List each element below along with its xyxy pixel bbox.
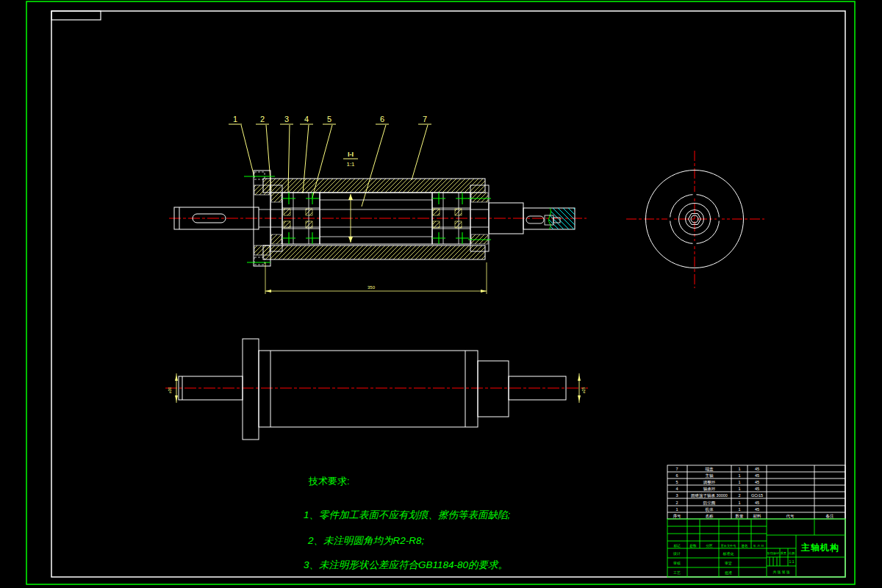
svg-text:防尘圈: 防尘圈 [703,501,716,506]
parts-row: 7 端盖 1 45 [675,467,759,472]
svg-text:更改文件号: 更改文件号 [721,544,737,548]
svg-text:6: 6 [380,115,384,123]
svg-text:5: 5 [327,115,331,123]
cap-bolt-centerlines [468,198,491,240]
part-label-1: 1 [229,115,254,177]
svg-text:1: 1 [738,487,740,491]
svg-text:350: 350 [368,285,376,290]
svg-text:代号: 代号 [786,514,795,518]
svg-text:质量: 质量 [781,551,786,555]
svg-text:3: 3 [284,115,289,123]
svg-text:1: 1 [675,507,678,512]
section-label: I-I 1:1 [343,151,358,168]
svg-text:1: 1 [738,467,740,471]
svg-text:1: 1 [738,473,740,478]
svg-text:比例: 比例 [789,551,795,556]
parts-row: 3 圆锥滚子轴承 30000 2 GCr15 [675,493,763,498]
tech-req-item: 1、零件加工表面不应有划痕、擦伤等表面缺陷; [304,509,511,520]
svg-text:45: 45 [755,487,759,491]
svg-text:圆锥滚子轴承 30000: 圆锥滚子轴承 30000 [691,493,728,498]
svg-text:批准: 批准 [725,570,732,576]
cad-drawing-canvas: 1 2 3 4 5 6 7 I-I 1:1 [0,0,882,588]
svg-text:45: 45 [755,473,759,478]
parts-row: 4 轴承环 1 45 [675,487,759,492]
svg-text:共 张 第 张: 共 张 第 张 [772,570,789,575]
svg-text:工艺: 工艺 [673,570,681,575]
length-dimension: 350 [265,262,487,294]
svg-text:GCr15: GCr15 [751,493,763,498]
svg-text:备注: 备注 [826,514,835,518]
svg-text:6: 6 [675,473,678,478]
part-label-7: 7 [412,115,431,180]
svg-text:序号: 序号 [673,514,682,519]
svg-text:年 月 日: 年 月 日 [753,544,764,548]
tech-req-item: 2、未注明圆角均为R2-R8; [307,535,425,546]
svg-text:45: 45 [755,467,759,471]
svg-text:1: 1 [233,115,237,123]
svg-text:⌀25: ⌀25 [581,387,586,393]
svg-text:机体: 机体 [706,507,714,512]
drawing-title: 主轴机构 [800,542,839,553]
svg-text:1: 1 [738,501,740,505]
svg-text:名称: 名称 [706,514,714,518]
parts-list-table: 序号 名称 数量 材料 代号 备注 7 端盖 1 45 6 主轴 1 45 5 … [667,465,845,519]
end-view [626,151,764,288]
svg-text:45: 45 [755,480,759,484]
svg-text:2: 2 [738,493,740,498]
technical-requirements: 技术要求: 1、零件加工表面不应有划痕、擦伤等表面缺陷; 2、未注明圆角均为R2… [304,476,511,570]
partial-section-hatch [549,208,575,229]
parts-row: 5 调整环 1 45 [675,480,759,485]
cad-drawing: 1 2 3 4 5 6 7 I-I 1:1 [0,0,882,588]
svg-text:1: 1 [738,507,740,512]
svg-text:处数: 处数 [689,543,697,548]
svg-text:签名: 签名 [741,544,747,548]
svg-text:阶段标记: 阶段标记 [767,551,779,556]
svg-text:设计: 设计 [673,551,681,556]
stage-mark-boxes [770,557,777,566]
svg-text:1: 1 [738,480,740,484]
svg-text:审核: 审核 [673,561,681,565]
svg-text:调整环: 调整环 [703,480,716,485]
svg-text:材料: 材料 [753,514,762,519]
svg-text:标准化: 标准化 [723,551,734,556]
tech-req-heading: 技术要求: [308,476,350,487]
zone-reference-box [51,11,101,20]
svg-text:标记: 标记 [673,543,681,548]
keyway-slot [526,216,544,223]
svg-text:7: 7 [675,467,678,471]
svg-text:2: 2 [260,115,265,123]
svg-text:45: 45 [755,507,759,512]
svg-text:主轴: 主轴 [706,473,714,478]
svg-text:数量: 数量 [736,514,745,518]
title-block-text: 标记 处数 分区 更改文件号 签名 年 月 日 设计 审核 工艺 标准化 审定 … [673,542,839,576]
svg-text:45: 45 [755,501,759,505]
svg-text:分区: 分区 [705,544,713,548]
parts-row: 1 机体 1 45 [675,507,759,512]
svg-text:端盖: 端盖 [706,467,714,472]
svg-text:1:1: 1:1 [346,161,355,168]
svg-text:4: 4 [675,487,678,491]
drawing-frame [26,1,855,584]
svg-text:1:1: 1:1 [789,559,795,564]
tech-req-item: 3、未注明形状公差应符合GB1184-80的要求。 [304,559,508,570]
parts-row: 6 主轴 1 45 [675,473,759,478]
svg-text:5: 5 [675,480,678,484]
svg-text:7: 7 [423,115,427,123]
svg-text:⌀30: ⌀30 [168,387,172,393]
title-block: 标记 处数 分区 更改文件号 签名 年 月 日 设计 审核 工艺 标准化 审定 … [667,519,845,577]
bottom-view: ⌀30 ⌀25 [165,339,588,440]
svg-text:审定: 审定 [725,561,732,566]
main-section-view: 350 [169,171,587,294]
svg-text:轴承环: 轴承环 [703,487,716,492]
svg-text:3: 3 [675,493,678,498]
parts-list-text: 序号 名称 数量 材料 代号 备注 7 端盖 1 45 6 主轴 1 45 5 … [673,467,835,519]
svg-text:I-I: I-I [348,151,354,158]
parts-row: 2 防尘圈 1 45 [675,501,759,506]
housing [263,179,485,259]
svg-text:2: 2 [675,501,678,505]
svg-text:4: 4 [304,115,309,123]
